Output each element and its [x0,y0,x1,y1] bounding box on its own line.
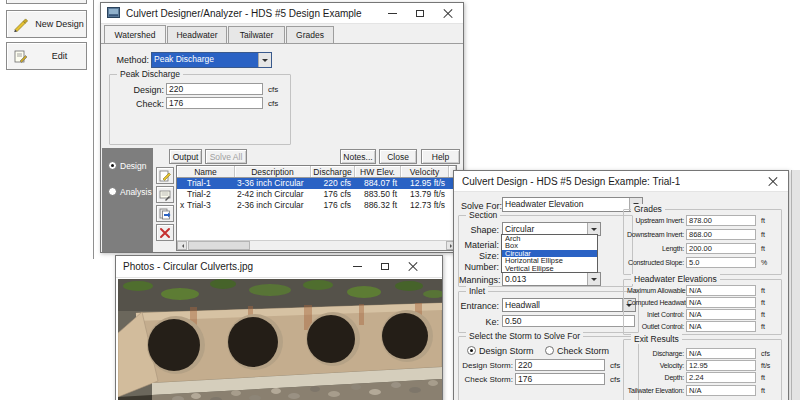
constructed-slope-value[interactable]: 5.0 [686,257,756,268]
section-title: Section [466,210,500,220]
maximize-icon [416,10,424,17]
chevron-down-icon[interactable] [258,53,271,67]
sidebar-partial-button[interactable] [6,0,87,4]
material-label: Material: [459,240,499,250]
method-select[interactable]: Peak Discharge [151,52,272,68]
header-discharge[interactable]: Discharge [311,166,355,177]
check-storm-radio[interactable] [545,346,554,355]
trial-name: Trial-2 [187,189,211,199]
dialog-titlebar[interactable]: Culvert Design - HDS #5 Design Example: … [454,171,788,192]
paste-trial-button[interactable] [156,205,174,222]
design-storm-input[interactable]: 220 [515,359,605,371]
tailwater-elevation-value: N/A [686,385,756,396]
design-input[interactable]: 220 [166,83,263,95]
delete-trial-button[interactable] [156,224,174,241]
table-row[interactable]: Trial-1 3-36 inch Circular 220 cfs 884.0… [177,178,456,189]
maximize-button[interactable] [409,3,431,24]
sidebar: New Design Edit [0,0,94,259]
table-header: Name Description Discharge HW Elev. Velo… [177,166,456,178]
downstream-invert-value[interactable]: 868.00 [686,229,756,240]
photos-close-button[interactable] [402,256,424,277]
headwater-elevations-group: Headwater Elevations Maximum Allowable: … [623,279,782,335]
dropdown-option-arch[interactable]: Arch [502,235,597,242]
dropdown-option-circular[interactable]: Circular [502,250,597,257]
header-hw-elev[interactable]: HW Elev. [355,166,401,177]
background-scrollbar-strip[interactable] [791,170,800,400]
tab-watershed[interactable]: Watershed [104,25,166,43]
minimize-button[interactable] [381,3,403,24]
exit-depth-unit: ft [761,374,765,381]
inlet-control-unit: ft [761,311,765,318]
size-label: Size: [459,251,499,261]
culvert-design-dialog: Culvert Design - HDS #5 Design Example: … [453,170,789,400]
tab-grades[interactable]: Grades [286,26,334,43]
design-storm-radio[interactable] [467,346,476,355]
computed-headwater-value: N/A [686,297,756,308]
ke-input[interactable]: 0.50 [502,315,635,327]
tab-tailwater[interactable]: Tailwater [228,26,285,43]
check-input[interactable]: 176 [166,97,263,109]
table-hscrollbar[interactable] [177,240,456,250]
tailwater-elevation-label: Tailwater Elevation: [627,387,684,394]
new-design-label: New Design [33,19,86,29]
header-name[interactable]: Name [177,166,235,177]
check-storm-input[interactable]: 176 [515,373,605,385]
photos-title: Photos - Circular Culverts.jpg [123,261,253,272]
design-storm-unit: cfs [610,361,620,370]
downstream-invert-label: Downstream Invert: [627,231,684,238]
edit-icon [7,49,33,64]
table-row[interactable]: xTrial-3 2-36 inch Circular 176 cfs 886.… [177,200,456,211]
entrance-select[interactable]: Headwall [502,298,636,312]
dropdown-option-horizontal-ellipse[interactable]: Horizontal Ellipse [502,257,597,264]
row-marker: x [180,200,184,211]
close-button[interactable] [437,3,459,24]
mannings-select[interactable]: 0.013 [502,272,601,286]
maximum-allowable-unit: ft [761,287,765,294]
shape-label: Shape: [459,225,499,235]
dropdown-option-box[interactable]: Box [502,242,597,249]
constructed-slope-label: Constructed Slope: [627,259,684,266]
designer-title: Culvert Designer/Analyzer - HDS #5 Desig… [126,8,362,19]
scrollbar-thumb[interactable] [188,241,250,250]
help-button[interactable]: Help [421,149,460,164]
photos-minimize-button[interactable] [346,256,368,277]
header-description[interactable]: Description [235,166,311,177]
new-design-button[interactable]: New Design [6,10,87,38]
close-icon [408,262,418,272]
notes-button[interactable]: Notes... [340,149,376,164]
trials-table: Name Description Discharge HW Elev. Velo… [176,165,457,251]
designer-titlebar[interactable]: Culvert Designer/Analyzer - HDS #5 Desig… [101,3,463,24]
analysis-mode-label: Analysis [120,187,152,197]
photos-maximize-button[interactable] [374,256,396,277]
analysis-mode-radio[interactable] [108,187,117,196]
solve-all-button[interactable]: Solve All [205,149,247,164]
grades-group: Grades Upstream Invert: 878.00 ft Downst… [623,209,782,275]
header-velocity[interactable]: Velocity [401,166,449,177]
edit-button[interactable]: Edit [6,42,87,70]
table-row[interactable]: Trial-2 2-42 inch Circular 176 cfs 883.5… [177,189,456,200]
tab-headwater[interactable]: Headwater [167,26,227,43]
exit-depth-label: Depth: [627,374,684,381]
dropdown-option-vertical-ellipse[interactable]: Vertical Ellipse [502,265,597,272]
design-mode-radio[interactable] [108,161,117,170]
length-value[interactable]: 200.00 [686,243,756,254]
check-unit: cfs [268,99,278,108]
design-unit: cfs [268,85,278,94]
trial-details-button[interactable] [156,186,174,203]
edit-trial-button[interactable] [156,167,174,184]
dialog-close-button[interactable] [762,171,784,192]
peak-discharge-title: Peak Discharge [117,69,183,79]
close-dialog-button[interactable]: Close [379,149,417,164]
photos-titlebar[interactable]: Photos - Circular Culverts.jpg [116,256,442,278]
chevron-down-icon[interactable] [587,273,600,285]
paste-icon [159,208,171,220]
scroll-left-icon[interactable] [177,241,187,250]
solve-for-select[interactable]: Headwater Elevation [502,197,643,212]
upstream-invert-value[interactable]: 878.00 [686,215,756,226]
trial-description: 3-36 inch Circular [235,178,311,189]
upstream-invert-label: Upstream Invert: [627,217,684,224]
trial-velocity: 13.79 ft/s [401,189,449,200]
output-button[interactable]: Output [169,149,202,164]
outlet-control-value: N/A [686,321,756,332]
design-storm-label: Design Storm: [459,361,513,370]
